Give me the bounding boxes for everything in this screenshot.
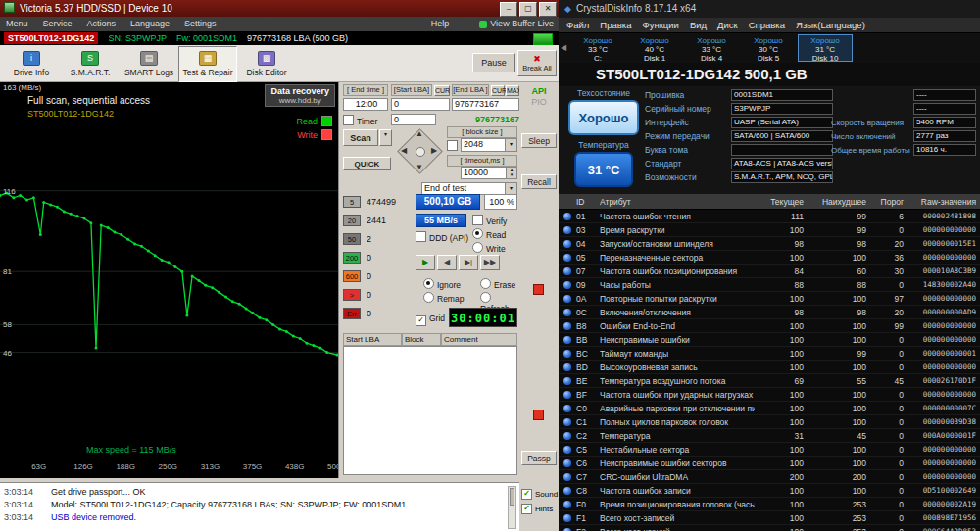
write-radio-button[interactable] (472, 242, 483, 253)
smart-row[interactable]: C6Неисправимые ошибки секторов1001000000… (559, 457, 980, 470)
end-time-value[interactable]: 12:00 (343, 98, 388, 111)
rewind-button[interactable]: ◀ (437, 255, 457, 270)
smart-row[interactable]: C7CRC-ошибки UltraDMA2002000000000000000 (559, 470, 980, 484)
smart-row[interactable]: 07Частота ошибок позиционирования8460300… (559, 265, 980, 278)
smart-row[interactable]: C0Аварийные парковки при отключении пи..… (559, 402, 980, 415)
smart-row[interactable]: BFЧастота ошибок при ударных нагрузках10… (559, 388, 980, 402)
nav-down-icon[interactable] (416, 164, 423, 171)
drive-tab-disk1[interactable]: Хорошо40 °CDisk 1 (627, 34, 682, 62)
smart-row[interactable]: BEТемпература воздушного потока695545000… (559, 374, 980, 388)
smart-row[interactable]: C1Полных циклов парковок головок10010000… (559, 415, 980, 429)
smart-header-2[interactable]: Атрибут (600, 197, 755, 207)
api-mode-toggle[interactable]: API (519, 86, 559, 96)
cdi-menu-item[interactable]: Язык(Language) (796, 20, 865, 30)
timer-checkbox-box[interactable] (343, 115, 354, 125)
read-radio[interactable]: Read (472, 228, 506, 240)
victoria-titlebar[interactable]: Victoria 5.37 HDD/SSD | Device 10 (0, 0, 559, 17)
smart-header-4[interactable]: Наихудшее (811, 197, 874, 207)
smart-header-1[interactable]: ID (576, 197, 600, 207)
cdi-titlebar[interactable]: ◆CrystalDiskInfo 8.17.14 x64 (559, 0, 980, 18)
end-lba-cur-button[interactable]: CUR (491, 85, 505, 96)
chevron-down-icon[interactable] (505, 139, 516, 151)
log-scrollbar[interactable] (508, 486, 516, 529)
grid-checkbox[interactable]: Grid (416, 314, 445, 326)
refresh-radio-button[interactable] (480, 292, 491, 303)
defect-column-header[interactable]: Block (402, 333, 441, 346)
smart-row[interactable]: 0AПовторные попытки раскрутки10010097000… (559, 292, 980, 306)
timer-value[interactable]: 0 (391, 114, 436, 125)
drive-info-button[interactable]: iDrive Info (2, 46, 61, 82)
erase-radio[interactable]: Erase (480, 278, 515, 290)
smart-row[interactable]: B8Ошибки End-to-End10010099000000000000 (559, 319, 980, 333)
pio-mode-toggle[interactable]: PIO (519, 97, 559, 107)
legend-read[interactable]: Read (296, 116, 332, 126)
sound-checkbox[interactable]: Sound (521, 489, 559, 500)
erase-radio-button[interactable] (480, 278, 491, 289)
maximize-button[interactable] (519, 2, 537, 17)
strip-left-arrow-icon[interactable]: ◀ (561, 43, 566, 52)
smart-row[interactable]: F1Всего хост-записей1002530000898E71956 (559, 511, 980, 525)
legend-checkbox[interactable] (321, 116, 332, 126)
menu-item-menu[interactable]: Menu (6, 19, 28, 28)
spinner-arrows-icon[interactable] (506, 168, 516, 178)
smart-row[interactable]: 03Время раскрутки100990000000000000 (559, 223, 980, 237)
write-radio[interactable]: Write (472, 242, 506, 254)
ignore-radio-button[interactable] (423, 278, 434, 289)
temperature-badge[interactable]: 31 °C (574, 152, 633, 187)
smart-button[interactable]: SS.M.A.R.T. (61, 46, 120, 82)
fast-forward-button[interactable]: ▶▶ (480, 255, 500, 270)
remap-radio[interactable]: Remap (423, 292, 464, 304)
menu-item-language[interactable]: Language (130, 19, 170, 28)
chevron-down-icon[interactable] (505, 183, 516, 194)
read-radio-button[interactable] (472, 228, 483, 239)
timeout-spinner[interactable]: 10000 (461, 167, 517, 179)
minimize-button[interactable] (500, 2, 517, 17)
smart-row[interactable]: C8Частота ошибок записи10010000D51000026… (559, 484, 980, 498)
recall-button[interactable]: Recall (521, 174, 557, 189)
pause-button[interactable]: Pause (472, 53, 515, 72)
smart-logs-button[interactable]: ▤SMART Logs (120, 46, 178, 82)
end-lba-max-button[interactable]: MAX (506, 85, 519, 96)
menu-item-settings[interactable]: Settings (184, 19, 217, 28)
menu-item-help[interactable]: Help (431, 17, 450, 31)
passport-button[interactable]: Passp (521, 451, 557, 465)
smart-row[interactable]: 0CВключения/отключения989820000000000AD9 (559, 306, 980, 319)
nav-center-button[interactable] (416, 147, 425, 157)
health-status-button[interactable]: Хорошо (568, 100, 639, 135)
drive-tab-disk4[interactable]: Хорошо33 °CDisk 4 (684, 34, 739, 62)
legend-checkbox[interactable] (321, 129, 332, 140)
disk-editor-button[interactable]: ▩Disk Editor (237, 46, 296, 82)
scan-dropdown-button[interactable] (379, 129, 392, 146)
next-block-button[interactable]: ▶| (459, 255, 478, 270)
hints-checkbox-box[interactable] (521, 504, 532, 514)
ddd-checkbox[interactable]: DDD (API) (416, 231, 468, 243)
smart-row[interactable]: F0Время позиционирования головок (часы)1… (559, 498, 980, 511)
cdi-menu-item[interactable]: Файл (566, 20, 589, 30)
smart-row[interactable]: BDВысокоуровневая запись1001000000000000… (559, 361, 980, 374)
hints-checkbox[interactable]: Hints (521, 504, 559, 514)
cdi-menu-item[interactable]: Вид (690, 20, 707, 30)
nav-right-icon[interactable] (431, 147, 437, 155)
legend-write[interactable]: Write (296, 129, 332, 140)
start-lba-cur-button[interactable]: CUR (434, 85, 450, 96)
start-lba-input[interactable]: 0 (391, 98, 450, 111)
menu-item-actions[interactable]: Actions (87, 19, 117, 28)
smart-row[interactable]: C2Температура31450000A0000001F (559, 429, 980, 443)
break-all-button[interactable]: Break All (517, 50, 557, 76)
device-model-badge[interactable]: ST500LT012-1DG142 (4, 32, 98, 44)
scan-button[interactable]: Scan (343, 129, 378, 146)
smart-header-6[interactable]: Raw-значения (911, 197, 980, 207)
view-buffer-live-button[interactable]: View Buffer Live (479, 17, 554, 31)
nav-left-icon[interactable] (401, 147, 407, 155)
smart-row[interactable]: BBНеисправимые ошибки1001000000000000000 (559, 333, 980, 347)
navigation-pad[interactable] (396, 127, 443, 174)
smart-row[interactable]: 04Запуски/остановки шпинделя989820000000… (559, 237, 980, 251)
menu-item-service[interactable]: Service (43, 19, 73, 28)
ddd-checkbox-box[interactable] (416, 231, 426, 242)
smart-row[interactable]: 05Переназначенные сектора100100360000000… (559, 251, 980, 265)
timer-checkbox[interactable]: Timer (343, 115, 377, 126)
defect-column-header[interactable]: Start LBA (343, 333, 402, 346)
smart-row[interactable]: 09Часы работы88880148300002A40 (559, 278, 980, 292)
cdi-menu-item[interactable]: Функции (642, 20, 678, 30)
nav-up-icon[interactable] (416, 130, 423, 138)
